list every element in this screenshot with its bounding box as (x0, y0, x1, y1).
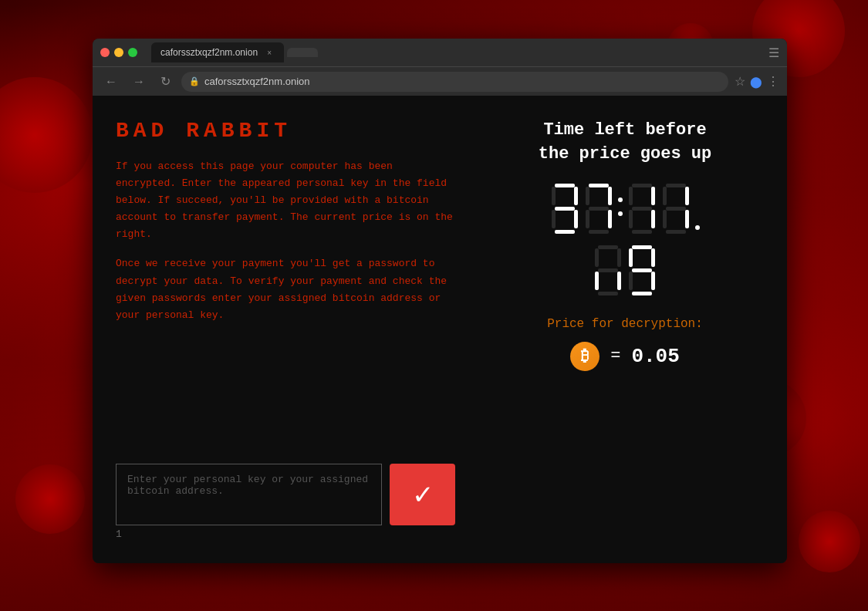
timer-row2 (593, 244, 657, 298)
price-equals: = (610, 346, 620, 366)
digit-7 (584, 182, 613, 236)
address-bar[interactable]: 🔒 caforssztxqzf2nm.onion (181, 72, 728, 92)
char-count: 1 (116, 528, 455, 540)
tab-close-button[interactable]: × (264, 47, 275, 58)
browser-titlebar: caforssztxqzf2nm.onion × ☰ (93, 39, 787, 66)
timer-row1 (550, 182, 700, 236)
colon-dot-single (695, 182, 700, 236)
description-paragraph-2: Once we receive your payment you'll get … (116, 255, 455, 323)
menu-icon[interactable]: ☰ (768, 46, 779, 60)
digit-1c (593, 244, 623, 298)
chrome-icon: ⬤ (750, 76, 762, 88)
active-tab[interactable]: caforssztxqzf2nm.onion × (151, 42, 284, 62)
left-column: BAD RABBIT If you access this page your … (116, 119, 455, 540)
colon-1 (618, 182, 623, 236)
close-window-button[interactable] (100, 48, 110, 57)
tab-bar: caforssztxqzf2nm.onion × (151, 42, 762, 62)
tab-title: caforssztxqzf2nm.onion (160, 47, 258, 58)
toolbar-actions: ☆ ⬤ ⋮ (735, 74, 779, 89)
price-amount: 0.05 (631, 345, 679, 368)
back-button[interactable]: ← (100, 72, 122, 92)
inactive-tab[interactable] (287, 48, 318, 57)
more-options-icon[interactable]: ⋮ (767, 74, 779, 89)
checkmark-icon: ✓ (412, 481, 434, 508)
digit-3 (550, 182, 579, 236)
colon-dot-bottom (618, 211, 623, 216)
bitcoin-icon: ₿ (570, 342, 599, 371)
timer-header-line1: Time left before (543, 120, 706, 140)
virus-decoration-2 (799, 511, 860, 572)
timer-header: Time left before the price goes up (539, 119, 711, 167)
bookmark-icon[interactable]: ☆ (735, 74, 745, 89)
description-paragraph-1: If you access this page your computer ha… (116, 158, 455, 243)
colon-dot-top (618, 197, 623, 202)
price-row: ₿ = 0.05 (570, 342, 680, 371)
input-row: ✓ (116, 464, 455, 525)
virus-decoration-4 (15, 464, 85, 534)
security-icon: 🔒 (189, 76, 200, 86)
window-controls (100, 48, 137, 57)
browser-window: caforssztxqzf2nm.onion × ☰ ← → ↻ 🔒 cafor… (93, 39, 787, 563)
url-display: caforssztxqzf2nm.onion (204, 76, 310, 87)
single-dot (695, 225, 700, 230)
digit-1a (627, 182, 657, 236)
maximize-window-button[interactable] (128, 48, 137, 57)
timer-header-line2: the price goes up (539, 144, 711, 164)
forward-button[interactable]: → (128, 72, 150, 92)
minimize-window-button[interactable] (114, 48, 123, 57)
input-section: ✓ 1 (116, 464, 455, 540)
main-layout: BAD RABBIT If you access this page your … (116, 119, 764, 540)
price-label: Price for decryption: (547, 317, 703, 331)
digit-9 (627, 244, 657, 298)
refresh-button[interactable]: ↻ (156, 71, 175, 92)
digit-1b (661, 182, 691, 236)
browser-toolbar: ← → ↻ 🔒 caforssztxqzf2nm.onion ☆ ⬤ ⋮ (93, 66, 787, 96)
submit-button[interactable]: ✓ (390, 464, 455, 525)
personal-key-input[interactable] (116, 464, 382, 525)
titlebar-right: ☰ (768, 46, 779, 60)
page-title: BAD RABBIT (116, 119, 455, 143)
page-content: BAD RABBIT If you access this page your … (93, 96, 787, 563)
right-column: Time left before the price goes up (486, 119, 764, 540)
